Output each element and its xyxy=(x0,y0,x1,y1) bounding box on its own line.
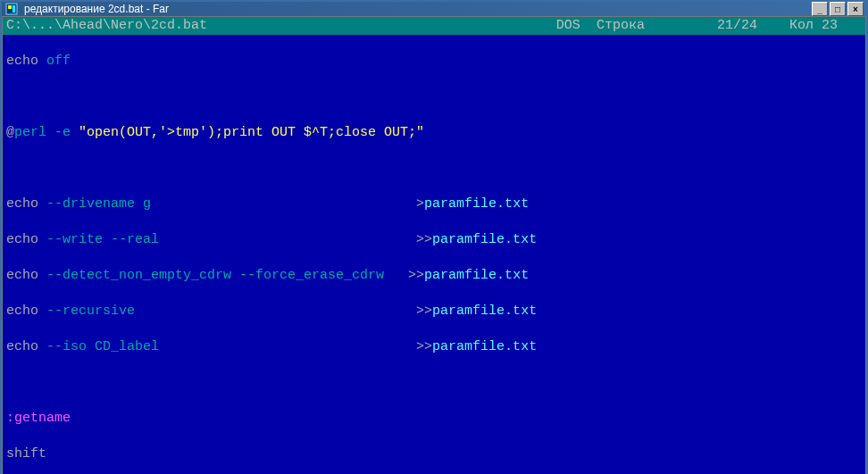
close-button[interactable]: × xyxy=(847,2,864,16)
minimize-button[interactable]: _ xyxy=(812,2,828,16)
editor-area[interactable]: echo off @perl -e "open(OUT,'>tmp');prin… xyxy=(3,35,865,474)
client-area: C:\...\Ahead\Nero\2cd.bat DOS Строка 21/… xyxy=(2,16,866,474)
label-getname: :getname xyxy=(6,411,71,426)
svg-rect-1 xyxy=(8,5,12,9)
far-window: редактирование 2cd.bat - Far _ □ × C:\..… xyxy=(0,0,868,474)
maximize-button[interactable]: □ xyxy=(830,2,846,16)
window-title: редактирование 2cd.bat - Far xyxy=(22,3,812,15)
status-col-label: Кол xyxy=(789,17,814,35)
status-col-value: 23 xyxy=(822,17,838,35)
status-path: C:\...\Ahead\Nero\2cd.bat xyxy=(6,17,207,35)
kw-echo: echo xyxy=(6,54,38,69)
status-encoding: DOS xyxy=(556,17,580,35)
window-controls: _ □ × xyxy=(812,2,864,16)
status-line-label: Строка xyxy=(597,17,645,35)
status-line-value: 21/24 xyxy=(717,17,757,35)
titlebar[interactable]: редактирование 2cd.bat - Far _ □ × xyxy=(2,2,866,16)
string: "open(OUT,'>tmp');print OUT $^T;close OU… xyxy=(79,125,424,140)
app-icon xyxy=(4,2,19,16)
status-bar: C:\...\Ahead\Nero\2cd.bat DOS Строка 21/… xyxy=(3,17,865,35)
svg-rect-2 xyxy=(13,5,15,12)
